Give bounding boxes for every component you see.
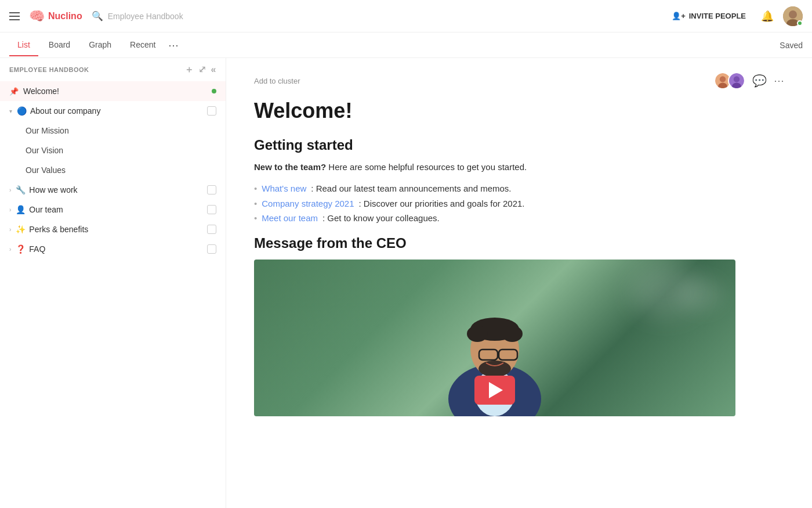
sidebar-subitem-label: Our Values	[26, 165, 216, 175]
pin-icon: 📌	[9, 87, 19, 96]
about-emoji: 🔵	[17, 106, 27, 116]
sidebar: EMPLOYEE HANDBOOK ＋ ⤢ « 📌 Welcome! ▾ 🔵 A…	[0, 58, 226, 508]
comment-button[interactable]: 💬	[752, 74, 767, 88]
meet-our-team-link[interactable]: Meet our team	[262, 211, 318, 226]
intro-paragraph: New to the team? Here are some helpful r…	[254, 160, 784, 174]
sidebar-item-welcome[interactable]: 📌 Welcome!	[0, 81, 226, 101]
play-triangle-icon	[489, 382, 503, 398]
notifications-bell[interactable]: 🔔	[761, 10, 774, 23]
whats-new-link[interactable]: What's new	[262, 181, 306, 196]
svg-point-18	[478, 361, 511, 377]
svg-point-13	[467, 326, 488, 342]
invite-label: INVITE PEOPLE	[689, 12, 746, 20]
bullet-text: : Discover our priorities and goals for …	[359, 196, 525, 211]
ceo-section-title: Message from the CEO	[254, 235, 784, 251]
company-strategy-link[interactable]: Company strategy 2021	[262, 196, 354, 211]
chevron-down-icon: ▾	[9, 108, 12, 114]
svg-point-4	[720, 76, 726, 82]
chevron-right-icon: ›	[9, 246, 11, 253]
add-to-cluster-button[interactable]: Add to cluster	[254, 77, 300, 85]
collaborator-avatar-2	[728, 72, 745, 89]
content-top-actions: 💬 ⋯	[714, 72, 784, 89]
getting-started-title: Getting started	[254, 137, 784, 153]
tab-list[interactable]: List	[9, 34, 38, 56]
top-nav: 🧠 Nuclino 🔍 Employee Handbook 👤+ INVITE …	[0, 0, 812, 33]
item-checkbox[interactable]	[207, 244, 216, 254]
main-layout: EMPLOYEE HANDBOOK ＋ ⤢ « 📌 Welcome! ▾ 🔵 A…	[0, 58, 812, 508]
ceo-video[interactable]	[254, 260, 735, 416]
play-button[interactable]	[474, 376, 515, 405]
search-icon: 🔍	[92, 10, 103, 21]
hamburger-menu[interactable]	[9, 12, 20, 20]
sidebar-item-label: About our company	[30, 106, 204, 116]
sidebar-item-label: Perks & benefits	[29, 225, 204, 234]
online-dot	[212, 89, 216, 93]
add-item-button[interactable]: ＋	[184, 65, 194, 74]
bullet-text: : Read our latest team announcements and…	[311, 181, 511, 196]
chevron-right-icon: ›	[9, 226, 11, 233]
logo-text: Nuclino	[48, 11, 82, 21]
perks-emoji: ✨	[16, 225, 26, 234]
sidebar-header-actions: ＋ ⤢ «	[184, 65, 216, 74]
chevron-right-icon: ›	[9, 207, 11, 213]
tab-graph[interactable]: Graph	[81, 34, 119, 56]
logo[interactable]: 🧠 Nuclino	[29, 9, 82, 24]
sidebar-header: EMPLOYEE HANDBOOK ＋ ⤢ «	[0, 58, 226, 81]
search-placeholder: Employee Handbook	[108, 12, 183, 21]
tab-board[interactable]: Board	[41, 34, 78, 56]
list-item: Company strategy 2021: Discover our prio…	[254, 196, 784, 211]
sidebar-item-label: How we work	[29, 185, 204, 194]
resources-list: What's new: Read our latest team announc…	[254, 181, 784, 226]
sidebar-subitem-mission[interactable]: Our Mission	[0, 121, 226, 140]
list-item: Meet our team: Get to know your colleagu…	[254, 211, 784, 226]
intro-text: Here are some helpful resources to get y…	[326, 162, 527, 172]
sidebar-item-label: Welcome!	[23, 87, 208, 96]
sidebar-subitem-label: Our Vision	[26, 146, 216, 155]
sidebar-item-label: FAQ	[29, 244, 204, 254]
tab-more-button[interactable]: ⋯	[168, 39, 179, 52]
sidebar-item-about[interactable]: ▾ 🔵 About our company	[0, 101, 226, 121]
item-checkbox[interactable]	[207, 205, 216, 214]
more-options-button[interactable]: ⋯	[774, 74, 784, 87]
invite-people-button[interactable]: 👤+ INVITE PEOPLE	[666, 8, 752, 24]
sidebar-subitem-values[interactable]: Our Values	[0, 160, 226, 180]
list-item: What's new: Read our latest team announc…	[254, 181, 784, 196]
logo-icon: 🧠	[29, 9, 45, 24]
item-checkbox[interactable]	[207, 106, 216, 116]
team-emoji: 👤	[16, 205, 26, 214]
how-emoji: 🔧	[16, 185, 26, 194]
expand-sidebar-button[interactable]: ⤢	[198, 65, 206, 74]
content-top-bar: Add to cluster	[254, 72, 784, 89]
content-area: Add to cluster	[226, 58, 812, 508]
online-indicator	[797, 20, 803, 26]
sidebar-item-our-team[interactable]: › 👤 Our team	[0, 200, 226, 219]
sidebar-item-faq[interactable]: › ❓ FAQ	[0, 239, 226, 259]
collaborators-avatars	[714, 72, 745, 89]
sidebar-item-label: Our team	[29, 205, 204, 214]
sidebar-header-label: EMPLOYEE HANDBOOK	[9, 66, 180, 73]
invite-icon: 👤+	[672, 12, 686, 20]
bullet-text: : Get to know your colleagues.	[322, 211, 440, 226]
item-checkbox[interactable]	[207, 185, 216, 194]
search-area[interactable]: 🔍 Employee Handbook	[92, 10, 324, 21]
tab-bar: List Board Graph Recent ⋯ Saved	[0, 33, 812, 58]
sidebar-item-perks[interactable]: › ✨ Perks & benefits	[0, 219, 226, 239]
svg-point-1	[789, 10, 797, 19]
nav-right: 👤+ INVITE PEOPLE 🔔	[666, 6, 803, 26]
page-title: Welcome!	[254, 99, 784, 123]
sidebar-item-how-we-work[interactable]: › 🔧 How we work	[0, 180, 226, 200]
tab-recent[interactable]: Recent	[122, 34, 164, 56]
user-avatar-wrapper[interactable]	[783, 6, 803, 26]
sidebar-subitem-vision[interactable]: Our Vision	[0, 140, 226, 160]
intro-bold: New to the team?	[254, 162, 326, 172]
collapse-sidebar-button[interactable]: «	[211, 65, 216, 74]
saved-status: Saved	[780, 41, 803, 50]
item-checkbox[interactable]	[207, 225, 216, 234]
svg-point-7	[734, 76, 740, 82]
chevron-right-icon: ›	[9, 187, 11, 193]
svg-point-14	[502, 326, 523, 342]
sidebar-subitem-label: Our Mission	[26, 126, 216, 135]
faq-emoji: ❓	[16, 244, 26, 254]
